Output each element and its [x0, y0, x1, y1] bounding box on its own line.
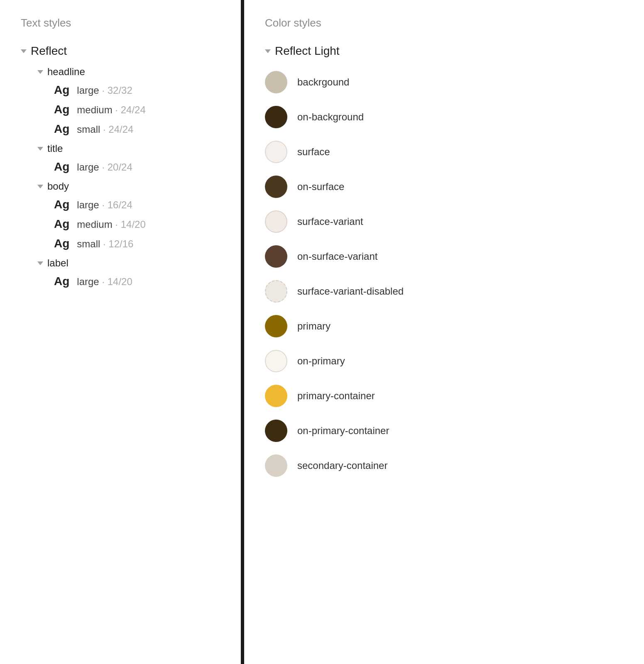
- color-item-primary: primary: [265, 315, 623, 337]
- color-item-backrgound: backrgound: [265, 71, 623, 93]
- headline-subgroup-header[interactable]: headline: [37, 66, 220, 78]
- body-subgroup-label: body: [47, 181, 69, 192]
- color-item-primary-container: primary-container: [265, 385, 623, 407]
- headline-subgroup-label: headline: [47, 66, 85, 78]
- reflect-light-chevron-icon: [265, 49, 271, 53]
- left-panel: Text styles Reflect headline Ag large · …: [0, 0, 241, 664]
- headline-medium-item: Ag medium · 24/24: [54, 104, 220, 116]
- color-circle-surface: [265, 141, 287, 163]
- color-item-surface-variant-disabled: surface-variant-disabled: [265, 280, 623, 303]
- color-item-on-primary-container: on-primary-container: [265, 420, 623, 442]
- color-circle-surface-variant: [265, 210, 287, 233]
- color-item-secondary-container: secondary-container: [265, 454, 623, 477]
- body-small-ag: Ag: [54, 238, 69, 249]
- label-large-size: · 14/20: [102, 276, 132, 287]
- label-large-info: large · 14/20: [77, 276, 132, 288]
- color-item-on-background: on-background: [265, 106, 623, 128]
- right-panel: Color styles Reflect Light backrgoundon-…: [244, 0, 644, 664]
- headline-small-info: small · 24/24: [77, 124, 133, 135]
- color-name-primary: primary: [297, 320, 331, 332]
- reflect-light-group-label: Reflect Light: [275, 44, 340, 58]
- color-circle-secondary-container: [265, 454, 287, 477]
- headline-small-size: · 24/24: [103, 124, 133, 135]
- headline-large-item: Ag large · 32/32: [54, 84, 220, 96]
- body-chevron-icon: [37, 185, 43, 188]
- body-large-ag: Ag: [54, 199, 69, 210]
- color-name-on-primary: on-primary: [297, 355, 345, 367]
- headline-medium-ag: Ag: [54, 104, 69, 115]
- body-large-info: large · 16/24: [77, 199, 132, 211]
- label-subgroup-label: label: [47, 257, 69, 269]
- body-medium-info: medium · 14/20: [77, 219, 145, 230]
- color-styles-title: Color styles: [265, 17, 623, 29]
- color-circle-on-primary: [265, 350, 287, 372]
- label-chevron-icon: [37, 261, 43, 265]
- body-large-item: Ag large · 16/24: [54, 199, 220, 211]
- color-circle-surface-variant-disabled: [265, 280, 287, 303]
- color-circle-primary: [265, 315, 287, 337]
- color-circle-on-surface-variant: [265, 245, 287, 268]
- body-medium-ag: Ag: [54, 218, 69, 230]
- body-small-item: Ag small · 12/16: [54, 238, 220, 250]
- main-container: Text styles Reflect headline Ag large · …: [0, 0, 644, 664]
- reflect-group-label: Reflect: [31, 44, 67, 58]
- body-small-size: · 12/16: [103, 238, 133, 249]
- body-small-info: small · 12/16: [77, 238, 133, 250]
- color-item-on-surface-variant: on-surface-variant: [265, 245, 623, 268]
- body-medium-item: Ag medium · 14/20: [54, 218, 220, 230]
- body-subgroup-header[interactable]: body: [37, 181, 220, 192]
- color-item-on-surface: on-surface: [265, 176, 623, 198]
- title-large-ag: Ag: [54, 161, 69, 173]
- color-name-secondary-container: secondary-container: [297, 460, 387, 471]
- color-name-on-surface: on-surface: [297, 181, 344, 193]
- color-name-surface-variant: surface-variant: [297, 216, 363, 227]
- headline-large-size: · 32/32: [102, 85, 132, 96]
- title-large-item: Ag large · 20/24: [54, 161, 220, 173]
- reflect-chevron-icon: [21, 49, 27, 53]
- color-name-on-surface-variant: on-surface-variant: [297, 251, 377, 262]
- headline-medium-info: medium · 24/24: [77, 104, 145, 116]
- label-subgroup-header[interactable]: label: [37, 257, 220, 269]
- color-circle-on-primary-container: [265, 420, 287, 442]
- title-chevron-icon: [37, 147, 43, 151]
- reflect-group-header[interactable]: Reflect: [21, 44, 220, 58]
- color-item-on-primary: on-primary: [265, 350, 623, 372]
- label-large-item: Ag large · 14/20: [54, 276, 220, 288]
- headline-small-item: Ag small · 24/24: [54, 123, 220, 135]
- headline-medium-size: · 24/24: [115, 104, 145, 115]
- headline-small-ag: Ag: [54, 123, 69, 135]
- color-name-surface-variant-disabled: surface-variant-disabled: [297, 286, 404, 297]
- text-styles-title: Text styles: [21, 17, 220, 29]
- title-subgroup-label: title: [47, 143, 63, 154]
- panel-divider: [241, 0, 244, 664]
- title-large-size: · 20/24: [102, 161, 132, 173]
- headline-chevron-icon: [37, 70, 43, 74]
- color-list: backrgoundon-backgroundsurfaceon-surface…: [265, 71, 623, 477]
- label-large-ag: Ag: [54, 276, 69, 287]
- title-subgroup-header[interactable]: title: [37, 143, 220, 154]
- color-name-on-background: on-background: [297, 111, 364, 123]
- color-circle-primary-container: [265, 385, 287, 407]
- color-name-surface: surface: [297, 146, 330, 158]
- headline-large-info: large · 32/32: [77, 85, 132, 96]
- color-name-on-primary-container: on-primary-container: [297, 425, 389, 437]
- color-circle-on-surface: [265, 176, 287, 198]
- color-name-backrgound: backrgound: [297, 76, 349, 88]
- color-item-surface: surface: [265, 141, 623, 163]
- body-large-size: · 16/24: [102, 199, 132, 210]
- headline-large-ag: Ag: [54, 84, 69, 96]
- color-item-surface-variant: surface-variant: [265, 210, 623, 233]
- color-circle-on-background: [265, 106, 287, 128]
- reflect-light-group-header[interactable]: Reflect Light: [265, 44, 623, 58]
- title-large-info: large · 20/24: [77, 161, 132, 173]
- color-name-primary-container: primary-container: [297, 390, 375, 402]
- color-circle-backrgound: [265, 71, 287, 93]
- body-medium-size: · 14/20: [115, 219, 145, 230]
